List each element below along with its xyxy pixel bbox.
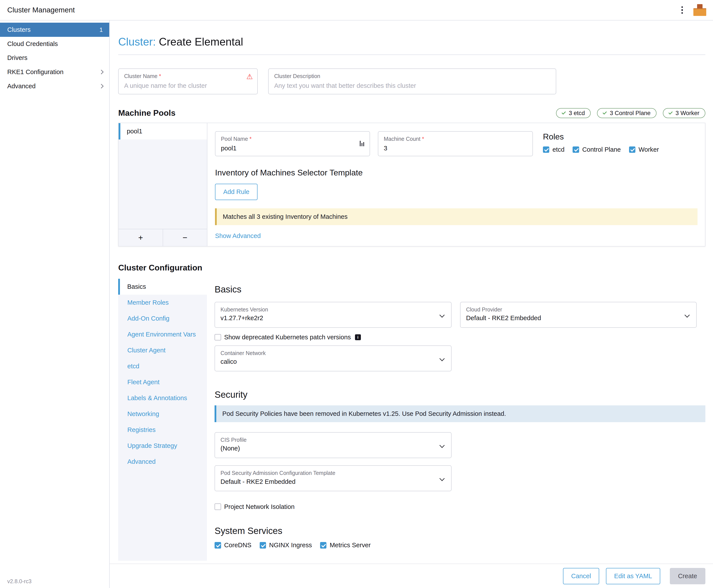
tab-agent-environment-vars[interactable]: Agent Environment Vars — [118, 327, 207, 342]
cluster-name-input[interactable] — [124, 82, 252, 89]
chevron-down-icon — [440, 443, 445, 448]
app-window: Cluster Management Clusters 1 Cloud Cred… — [0, 0, 713, 588]
chevron-right-icon — [99, 70, 104, 74]
cluster-description-label: Cluster Description — [274, 73, 320, 79]
security-heading: Security — [215, 390, 705, 400]
chevron-down-icon — [685, 313, 690, 318]
show-deprecated-versions-checkbox[interactable]: Show deprecated Kubernetes patch version… — [215, 334, 351, 341]
matches-banner: Matches all 3 existing Inventory of Mach… — [215, 208, 697, 225]
warning-icon: ⚠ — [246, 73, 253, 80]
cloud-provider-label: Cloud Provider — [466, 307, 681, 313]
kubernetes-version-label: Kubernetes Version — [221, 307, 436, 313]
sidebar-item-clusters[interactable]: Clusters 1 — [0, 23, 109, 37]
sidebar-item-advanced[interactable]: Advanced — [0, 79, 109, 93]
psa-template-label: Pod Security Admission Configuration Tem… — [221, 470, 436, 476]
sidebar-item-label: Cloud Credentials — [7, 40, 58, 47]
tab-advanced[interactable]: Advanced — [118, 454, 207, 470]
sidebar-item-drivers[interactable]: Drivers — [0, 51, 109, 65]
tab-basics[interactable]: Basics — [118, 279, 207, 295]
pool-tabs-column: pool1 + − — [119, 123, 207, 246]
cluster-description-input[interactable] — [274, 82, 550, 89]
tab-add-on-config[interactable]: Add-On Config — [118, 311, 207, 327]
tab-etcd[interactable]: etcd — [118, 358, 207, 374]
kebab-menu-icon[interactable] — [678, 3, 687, 16]
cluster-configuration-panel: Basics Member Roles Add-On Config Agent … — [118, 279, 705, 561]
pool-tab-pool1[interactable]: pool1 — [119, 123, 207, 140]
machine-pools-panel: pool1 + − Pool Name * — [118, 123, 705, 247]
cis-profile-label: CIS Profile — [221, 437, 436, 443]
add-rule-button[interactable]: Add Rule — [215, 184, 258, 200]
cluster-configuration-heading: Cluster Configuration — [118, 263, 705, 272]
tab-member-roles[interactable]: Member Roles — [118, 295, 207, 311]
checkbox-icon — [215, 542, 221, 548]
config-tabs-column: Basics Member Roles Add-On Config Agent … — [118, 279, 207, 561]
checkbox-icon — [573, 146, 579, 153]
header-logo-icon[interactable] — [693, 3, 707, 17]
pool-drag-handle-icon[interactable] — [360, 141, 364, 146]
tab-cluster-agent[interactable]: Cluster Agent — [118, 342, 207, 358]
pool-name-label: Pool Name — [221, 136, 248, 142]
show-advanced-link[interactable]: Show Advanced — [215, 232, 261, 239]
edit-as-yaml-button[interactable]: Edit as YAML — [606, 568, 660, 584]
tab-labels-annotations[interactable]: Labels & Annotations — [118, 390, 207, 406]
worker-count-badge: 3 Worker — [663, 108, 705, 118]
app-title: Cluster Management — [7, 6, 75, 14]
machine-count-field[interactable]: Machine Count * — [378, 131, 533, 156]
worker-checkbox[interactable]: Worker — [629, 146, 659, 153]
remove-pool-button[interactable]: − — [163, 229, 207, 246]
psa-template-select[interactable]: Pod Security Admission Configuration Tem… — [215, 465, 452, 491]
version-label: v2.8.0-rc3 — [7, 578, 32, 585]
machine-count-input[interactable] — [384, 145, 527, 152]
etcd-count-badge: 3 etcd — [556, 108, 591, 118]
control-plane-checkbox[interactable]: Control Plane — [573, 146, 621, 153]
add-pool-button[interactable]: + — [119, 229, 163, 246]
etcd-checkbox[interactable]: etcd — [543, 146, 565, 153]
required-mark: * — [249, 136, 252, 142]
pod-security-banner: Pod Security Policies have been removed … — [215, 405, 705, 422]
tab-fleet-agent[interactable]: Fleet Agent — [118, 374, 207, 390]
sidebar-item-label: Advanced — [7, 83, 36, 90]
cancel-button[interactable]: Cancel — [563, 568, 599, 584]
chevron-down-icon — [440, 476, 445, 481]
tab-networking[interactable]: Networking — [118, 406, 207, 422]
checkbox-icon — [260, 542, 266, 548]
nginx-ingress-checkbox[interactable]: NGINX Ingress — [260, 542, 312, 549]
project-network-isolation-checkbox[interactable]: Project Network Isolation — [215, 503, 294, 510]
cluster-name-label: Cluster Name — [124, 73, 158, 79]
container-network-label: Container Network — [221, 350, 436, 356]
pool-name-field[interactable]: Pool Name * — [215, 131, 370, 156]
roles-heading: Roles — [543, 132, 659, 142]
cis-profile-select[interactable]: CIS Profile (None) — [215, 432, 452, 458]
sidebar-item-label: Drivers — [7, 54, 27, 61]
metrics-server-checkbox[interactable]: Metrics Server — [320, 542, 371, 549]
pool-detail: Pool Name * Machine Count * Roles — [207, 123, 705, 246]
sidebar-item-cloud-credentials[interactable]: Cloud Credentials — [0, 37, 109, 51]
coredns-checkbox[interactable]: CoreDNS — [215, 542, 251, 549]
info-icon[interactable]: i — [355, 334, 361, 340]
machine-pools-heading: Machine Pools — [118, 108, 176, 118]
cloud-provider-select[interactable]: Cloud Provider Default - RKE2 Embedded — [460, 302, 696, 328]
kubernetes-version-select[interactable]: Kubernetes Version v1.27.7+rke2r2 — [215, 302, 452, 328]
container-network-select[interactable]: Container Network calico — [215, 345, 452, 371]
config-basics-pane: Basics Kubernetes Version v1.27.7+rke2r2… — [207, 279, 705, 561]
sidebar-item-label: RKE1 Configuration — [7, 68, 63, 76]
footer-action-bar: Cancel Edit as YAML Create — [110, 564, 713, 588]
checkbox-icon — [629, 146, 635, 153]
tab-registries[interactable]: Registries — [118, 422, 207, 438]
sidebar-item-rke1-configuration[interactable]: RKE1 Configuration — [0, 65, 109, 79]
cluster-name-field[interactable]: Cluster Name * ⚠ — [118, 68, 258, 94]
clusters-count-badge: 1 — [99, 26, 103, 33]
chevron-down-icon — [440, 313, 445, 318]
create-button[interactable]: Create — [670, 568, 705, 584]
checkbox-icon — [320, 542, 326, 548]
checkbox-icon — [215, 334, 221, 340]
required-mark: * — [422, 136, 424, 142]
main-content: Cluster: Create Elemental Cluster Name *… — [110, 20, 713, 564]
tab-upgrade-strategy[interactable]: Upgrade Strategy — [118, 438, 207, 454]
sidebar: Clusters 1 Cloud Credentials Drivers RKE… — [0, 20, 110, 588]
chevron-down-icon — [440, 356, 445, 361]
pool-name-input[interactable] — [221, 145, 364, 152]
page-title: Cluster: Create Elemental — [118, 36, 705, 48]
cluster-description-field[interactable]: Cluster Description — [268, 68, 556, 94]
top-header: Cluster Management — [0, 0, 713, 20]
